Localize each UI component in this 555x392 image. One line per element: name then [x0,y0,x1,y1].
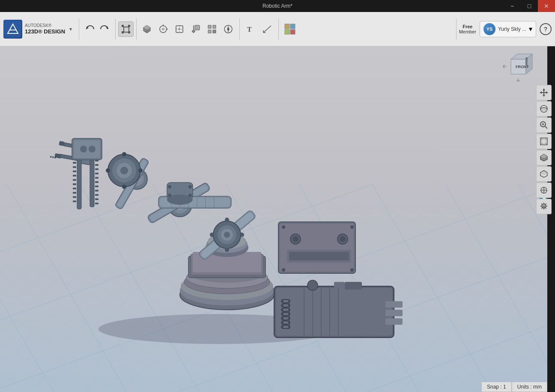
fit-tool-icon [540,137,548,146]
hidden-view-button[interactable] [536,183,552,198]
svg-point-152 [80,146,87,153]
svg-rect-128 [73,166,76,168]
snap-icon [223,24,233,34]
solid-view-icon [540,153,548,162]
3d-viewport[interactable]: FRONT RIGHT ◀ Snap : 1 Units : mm [0,46,547,392]
svg-point-190 [543,189,545,192]
toolbar-center: T [139,18,454,40]
right-tool-panel [536,85,552,214]
logo-area: AUTODESK® 123D® DESIGN ▾ [3,20,72,39]
window-controls: − □ ✕ [504,0,555,12]
transform-button[interactable] [118,21,134,37]
svg-point-9 [162,28,164,30]
help-button[interactable]: ? [540,23,552,35]
zoom-tool-icon [540,121,548,129]
svg-point-109 [210,233,214,237]
svg-rect-130 [73,175,76,177]
view-cube-right-label: RIGHT [525,57,528,67]
wireframe-view-icon [540,170,548,178]
separator-3 [136,18,137,40]
text-button[interactable]: T [243,21,259,37]
titlebar: Robotic Arm* − □ ✕ [0,0,555,12]
svg-point-171 [540,105,547,112]
transform-icon [121,24,131,34]
pattern-button[interactable] [204,21,220,37]
view-cube[interactable]: FRONT RIGHT [502,51,534,83]
orbit-tool-icon [540,105,548,113]
close-button[interactable]: ✕ [538,0,555,12]
svg-point-72 [292,236,298,242]
svg-rect-147 [95,194,98,196]
separator-1 [79,18,79,40]
svg-rect-94 [345,282,362,290]
svg-line-187 [544,173,547,174]
svg-point-124 [168,194,171,197]
svg-rect-20 [208,30,211,33]
svg-rect-93 [334,282,345,290]
svg-rect-102 [385,318,403,325]
svg-rect-132 [73,183,76,185]
svg-rect-101 [385,310,403,316]
orbit-tool-button[interactable] [536,101,552,117]
main-area: FRONT RIGHT ◀ Snap : 1 Units : mm [0,46,555,392]
solid-view-button[interactable] [536,150,552,165]
app-title: Robotic Arm* [263,3,292,9]
redo-button[interactable] [97,21,113,37]
app-name: AUTODESK® 123D® DESIGN [25,23,65,36]
svg-marker-169 [540,91,542,94]
svg-rect-146 [95,190,98,192]
svg-point-78 [350,225,354,229]
modify-button[interactable] [188,21,203,37]
pan-tool-button[interactable] [536,85,552,100]
snap-status[interactable]: Snap : 1 [481,382,512,392]
user-dropdown-arrow: ▾ [529,25,532,33]
sketch-button[interactable] [155,21,171,37]
main-toolbar: AUTODESK® 123D® DESIGN ▾ [0,12,555,46]
construct-button[interactable] [172,21,187,37]
undo-button[interactable] [82,21,97,37]
svg-rect-131 [73,179,76,181]
modify-icon [191,24,201,34]
zoom-tool-button[interactable] [536,117,552,133]
app-dropdown-arrow[interactable]: ▾ [69,26,72,32]
svg-point-15 [179,28,180,30]
svg-point-108 [225,248,229,252]
svg-marker-168 [543,95,545,97]
snap-button[interactable] [221,21,236,37]
svg-point-107 [225,218,229,222]
svg-point-161 [138,168,143,173]
svg-point-106 [224,232,230,238]
undo-icon [85,24,94,34]
units-status[interactable]: Units : mm [512,382,547,392]
svg-rect-145 [95,186,98,187]
svg-line-174 [545,126,547,129]
svg-rect-134 [73,192,76,194]
svg-rect-133 [73,188,76,189]
svg-rect-66 [50,156,52,158]
primitives-button[interactable] [139,21,155,37]
svg-line-188 [540,173,544,174]
svg-point-77 [282,225,285,229]
svg-rect-5 [128,25,130,27]
minimize-button[interactable]: − [504,0,521,12]
pan-tool-icon [540,88,548,97]
svg-rect-126 [77,158,81,209]
svg-rect-6 [122,31,124,33]
svg-rect-135 [73,196,76,198]
primitives-icon [142,24,152,34]
svg-marker-170 [546,91,548,94]
membership-status: Free Member [459,24,476,34]
fit-tool-button[interactable] [536,134,552,149]
svg-point-79 [282,268,285,272]
wireframe-view-button[interactable] [536,166,552,182]
separator-4 [239,18,240,40]
maximize-button[interactable]: □ [521,0,538,12]
material-button[interactable] [282,21,298,37]
svg-rect-127 [73,162,76,164]
measure-button[interactable] [260,21,275,37]
svg-rect-29 [290,24,295,29]
svg-rect-142 [95,173,98,174]
scene-settings-button[interactable] [536,199,552,214]
user-menu[interactable]: YS Yuriy Skly ... ▾ [480,21,536,37]
app-name-line1: AUTODESK® [25,23,65,28]
